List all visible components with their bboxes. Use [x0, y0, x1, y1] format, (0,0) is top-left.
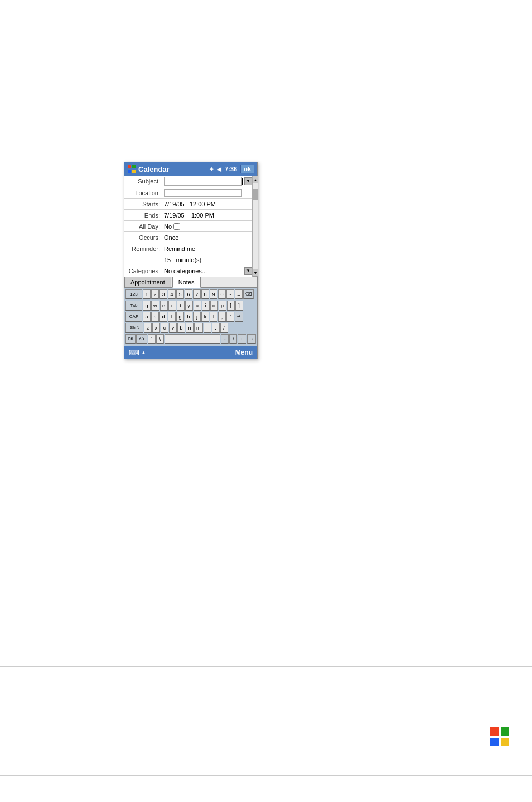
key-9[interactable]: 9 [210, 289, 217, 299]
time-display: 7:36 [225, 166, 237, 172]
key-tab[interactable]: Tab [125, 301, 142, 311]
location-value[interactable] [162, 188, 252, 198]
key-period[interactable]: . [212, 323, 220, 333]
key-x[interactable]: x [152, 323, 160, 333]
key-enter[interactable]: ↵ [235, 312, 243, 322]
key-intl[interactable]: áü [136, 334, 147, 344]
menu-button[interactable]: Menu [235, 349, 253, 356]
key-t[interactable]: t [177, 301, 185, 311]
key-r[interactable]: r [168, 301, 176, 311]
key-123[interactable]: 123 [125, 289, 142, 299]
key-s[interactable]: s [151, 312, 159, 322]
key-o[interactable]: o [210, 301, 218, 311]
key-u[interactable]: u [194, 301, 201, 311]
key-backslash[interactable]: \ [156, 334, 164, 344]
occurs-text[interactable]: Once [164, 234, 178, 241]
key-8[interactable]: 8 [201, 289, 209, 299]
svg-rect-1 [132, 165, 136, 168]
ok-button[interactable]: ok [240, 165, 254, 173]
key-minus[interactable]: - [226, 289, 234, 299]
wifi-icon: ◀ [217, 166, 221, 172]
key-e[interactable]: e [160, 301, 168, 311]
kb-row-asdf: CAP a s d f g h j k l ; ' ↵ [125, 312, 256, 322]
reminder-row: Reminder: Remind me [124, 243, 252, 254]
ends-label: Ends: [124, 212, 162, 219]
key-backspace[interactable]: ⌫ [243, 289, 254, 299]
key-shift[interactable]: Shift [125, 323, 143, 333]
key-h[interactable]: h [185, 312, 192, 322]
key-5[interactable]: 5 [176, 289, 184, 299]
location-input[interactable] [164, 189, 242, 197]
divider-top [0, 666, 532, 667]
allday-label: All Day: [124, 223, 162, 230]
reminder-text[interactable]: Remind me [164, 245, 195, 252]
key-m[interactable]: m [194, 323, 203, 333]
svg-rect-3 [132, 170, 136, 173]
tab-notes[interactable]: Notes [172, 277, 201, 288]
key-c[interactable]: c [161, 323, 168, 333]
key-w[interactable]: w [151, 301, 159, 311]
key-a[interactable]: a [143, 312, 151, 322]
kb-row-qwerty: Tab q w e r t y u i o p [ ] [125, 301, 256, 311]
key-equals[interactable]: = [235, 289, 243, 299]
subject-input[interactable] [164, 177, 242, 186]
key-3[interactable]: 3 [159, 289, 167, 299]
key-7[interactable]: 7 [193, 289, 201, 299]
key-up[interactable]: ↑ [229, 334, 237, 344]
key-comma[interactable]: , [204, 323, 211, 333]
key-f[interactable]: f [168, 312, 176, 322]
key-i[interactable]: i [202, 301, 210, 311]
scrollbar-down-btn[interactable]: ▼ [253, 269, 258, 277]
categories-dropdown[interactable]: ▼ [244, 267, 252, 275]
reminder-duration[interactable]: 15 [164, 257, 171, 263]
key-slash[interactable]: / [220, 323, 228, 333]
key-b[interactable]: b [177, 323, 185, 333]
key-k[interactable]: k [201, 312, 209, 322]
key-backtick[interactable]: ` [148, 334, 156, 344]
key-v[interactable]: v [169, 323, 177, 333]
key-1[interactable]: 1 [143, 289, 151, 299]
categories-label: Categories: [124, 268, 162, 274]
svg-rect-0 [128, 165, 131, 168]
scrollbar-handle[interactable] [253, 189, 258, 200]
allday-checkbox[interactable] [173, 223, 180, 230]
key-g[interactable]: g [176, 312, 184, 322]
key-2[interactable]: 2 [151, 289, 159, 299]
key-z[interactable]: z [144, 323, 152, 333]
ends-time[interactable]: 1:00 PM [191, 212, 214, 219]
key-semicolon[interactable]: ; [218, 312, 226, 322]
ends-date[interactable]: 7/19/05 [164, 212, 185, 219]
key-l[interactable]: l [210, 312, 217, 322]
starts-date[interactable]: 7/19/05 [164, 201, 185, 207]
key-left[interactable]: ← [238, 334, 246, 344]
key-quote[interactable]: ' [226, 312, 234, 322]
key-n[interactable]: n [186, 323, 194, 333]
key-right[interactable]: → [247, 334, 256, 344]
reminder-unit[interactable]: minute(s) [176, 257, 201, 263]
key-j[interactable]: j [193, 312, 201, 322]
keyboard-toggle[interactable]: ⌨ ▲ [129, 349, 146, 357]
key-p[interactable]: p [219, 301, 226, 311]
form-container: Subject: ▼ Location: Starts: [124, 176, 257, 277]
tab-appointment[interactable]: Appointment [124, 277, 171, 287]
key-y[interactable]: y [185, 301, 193, 311]
key-down[interactable]: ↓ [221, 334, 229, 344]
starts-time[interactable]: 12:00 PM [190, 201, 216, 207]
key-space[interactable] [165, 334, 220, 344]
key-q[interactable]: q [143, 301, 151, 311]
kb-row-zxcv: Shift z x c v b n m , . / [125, 323, 256, 333]
key-4[interactable]: 4 [168, 289, 176, 299]
key-d[interactable]: d [159, 312, 167, 322]
key-lbracket[interactable]: [ [227, 301, 235, 311]
key-0[interactable]: 0 [218, 289, 226, 299]
key-6[interactable]: 6 [185, 289, 192, 299]
categories-value[interactable]: No categories... [162, 267, 244, 276]
scrollbar-up-btn[interactable]: ▲ [253, 176, 258, 183]
key-cap[interactable]: CAP [125, 312, 142, 322]
occurs-value[interactable]: Once [162, 233, 252, 242]
categories-text[interactable]: No categories... [164, 268, 207, 274]
key-ctl[interactable]: Ctl [125, 334, 136, 344]
signal-icon: ✦ [209, 166, 214, 172]
key-rbracket[interactable]: ] [235, 301, 243, 311]
subject-dropdown[interactable]: ▼ [244, 177, 252, 185]
